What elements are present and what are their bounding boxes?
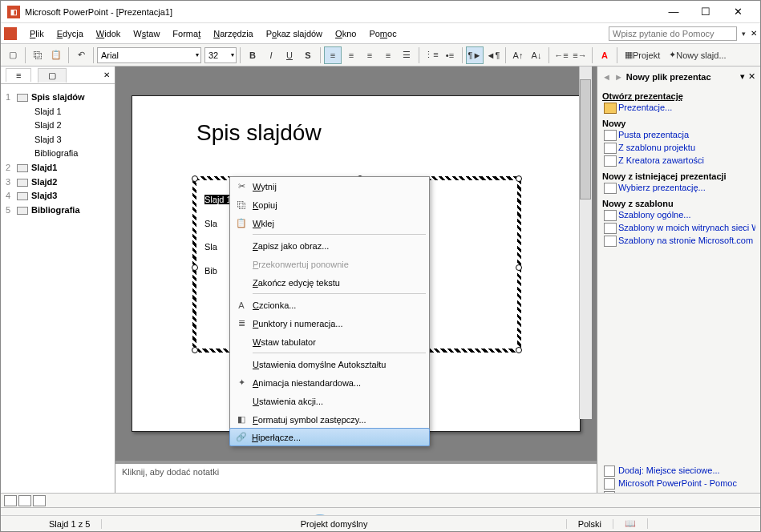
outline-item[interactable]: Bibliografia bbox=[34, 147, 110, 161]
new-slide-button[interactable]: ✦ Nowy slajd... bbox=[665, 46, 730, 64]
context-menu-item[interactable]: ACzcionka... bbox=[230, 296, 429, 314]
minimize-button[interactable]: — bbox=[658, 2, 690, 22]
status-spellcheck-icon[interactable]: 📖 bbox=[613, 518, 648, 529]
slide-title[interactable]: Spis slajdów bbox=[196, 120, 322, 146]
app-icon: ◧ bbox=[7, 6, 20, 18]
outline-item[interactable]: Slajd 3 bbox=[34, 133, 110, 147]
outline-slide[interactable]: 4Slajd3 bbox=[6, 189, 110, 204]
menu-slideshow[interactable]: Pokaz slajdów bbox=[260, 26, 329, 42]
context-menu-item[interactable]: 📋Wklej bbox=[230, 214, 429, 232]
vertical-scrollbar[interactable] bbox=[579, 66, 592, 419]
outline-slide[interactable]: 3Slajd2 bbox=[6, 175, 110, 190]
shadow-button[interactable]: S bbox=[299, 46, 317, 64]
taskpane-link[interactable]: Szablony na stronie Microsoft.com bbox=[602, 234, 755, 247]
outline-slide[interactable]: 5Bibliografia bbox=[6, 204, 110, 218]
context-menu-item: Przekonwertuj ponownie bbox=[230, 255, 429, 273]
distribute-button[interactable]: ☰ bbox=[398, 46, 415, 64]
normal-view-button[interactable] bbox=[4, 495, 17, 506]
outline-item[interactable]: Slajd 2 bbox=[34, 119, 110, 133]
menu-tools[interactable]: Narzędzia bbox=[207, 26, 260, 42]
tp-help-link[interactable]: Microsoft PowerPoint - Pomoc bbox=[602, 477, 756, 490]
align-justify-button[interactable]: ≡ bbox=[379, 46, 397, 64]
sorter-view-button[interactable] bbox=[18, 495, 31, 506]
tp-dropdown[interactable]: ▾ bbox=[740, 71, 745, 82]
design-button[interactable]: ▦ Projekt bbox=[621, 46, 664, 64]
resize-handle[interactable] bbox=[516, 347, 522, 353]
maximize-button[interactable]: ☐ bbox=[690, 2, 722, 22]
window-title: Microsoft PowerPoint - [Prezentacja1] bbox=[25, 7, 658, 17]
status-slide: Slajd 1 z 5 bbox=[1, 519, 102, 529]
taskpane-link[interactable]: Z szablonu projektu bbox=[602, 141, 755, 154]
increase-font-button[interactable]: A↑ bbox=[509, 46, 527, 64]
context-menu: ✂Wytnij⿻Kopiuj📋WklejZapisz jako obraz...… bbox=[229, 176, 430, 446]
context-menu-item[interactable]: Zapisz jako obraz... bbox=[230, 236, 429, 255]
tp-close[interactable]: ✕ bbox=[748, 71, 755, 82]
context-menu-item[interactable]: Ustawienia domyślne Autokształtu bbox=[230, 355, 429, 373]
resize-handle[interactable] bbox=[192, 347, 198, 353]
menu-view[interactable]: Widok bbox=[90, 26, 128, 42]
undo-button[interactable]: ↶ bbox=[72, 46, 90, 64]
font-family-select[interactable]: Arial bbox=[97, 47, 201, 63]
help-dropdown[interactable]: ▾ bbox=[737, 30, 751, 38]
resize-handle[interactable] bbox=[192, 264, 198, 271]
menu-insert[interactable]: Wstaw bbox=[127, 26, 166, 42]
slideshow-view-button[interactable] bbox=[33, 495, 46, 506]
align-center-button[interactable]: ≡ bbox=[342, 46, 360, 64]
menu-help[interactable]: Pomoc bbox=[362, 26, 403, 42]
bulleted-list-button[interactable]: •≡ bbox=[441, 46, 459, 64]
context-menu-item[interactable]: ≣Punktory i numeracja... bbox=[230, 314, 429, 332]
underline-button[interactable]: U bbox=[281, 46, 298, 64]
new-doc-button[interactable]: ▢ bbox=[4, 46, 22, 64]
outline-tab[interactable]: ≡ bbox=[6, 68, 31, 82]
resize-handle[interactable] bbox=[516, 264, 522, 271]
taskpane-link[interactable]: Prezentacje... bbox=[602, 101, 755, 114]
outline-slide[interactable]: 2Slajd1 bbox=[6, 161, 110, 175]
status-language[interactable]: Polski bbox=[567, 519, 613, 529]
context-menu-item[interactable]: Zakończ edycję tekstu bbox=[230, 273, 429, 292]
context-menu-item[interactable]: ✦Animacja niestandardowa... bbox=[230, 373, 429, 392]
context-menu-item[interactable]: Wstaw tabulator bbox=[230, 332, 429, 351]
rtl-button[interactable]: ◄¶ bbox=[484, 46, 502, 64]
outline-slide[interactable]: 1Spis slajdów bbox=[6, 91, 110, 105]
increase-indent-button[interactable]: ≡→ bbox=[571, 46, 589, 64]
doc-close-button[interactable]: ✕ bbox=[751, 29, 757, 38]
italic-button[interactable]: I bbox=[262, 46, 280, 64]
tp-fwd[interactable]: ► bbox=[614, 72, 623, 82]
context-menu-item[interactable]: ⿻Kopiuj bbox=[230, 195, 429, 214]
tp-section-existing: Nowy z istniejącej prezentacji bbox=[602, 171, 755, 181]
taskpane-link[interactable]: Szablony w moich witrynach sieci Web bbox=[602, 221, 755, 234]
taskpane-link[interactable]: Szablony ogólne... bbox=[602, 208, 755, 221]
paste-button[interactable]: 📋 bbox=[47, 46, 65, 64]
decrease-indent-button[interactable]: ←≡ bbox=[553, 46, 570, 64]
bold-button[interactable]: B bbox=[244, 46, 261, 64]
resize-handle[interactable] bbox=[516, 175, 522, 182]
taskpane-link[interactable]: Z Kreatora zawartości bbox=[602, 154, 755, 167]
tp-add-netplace[interactable]: Dodaj: Miejsce sieciowe... bbox=[602, 464, 756, 477]
copy-button[interactable]: ⿻ bbox=[29, 46, 47, 64]
decrease-font-button[interactable]: A↓ bbox=[528, 46, 545, 64]
slides-tab[interactable]: ▢ bbox=[38, 68, 67, 83]
context-menu-item[interactable]: ✂Wytnij bbox=[230, 177, 429, 195]
close-button[interactable]: ✕ bbox=[722, 2, 754, 22]
font-size-select[interactable]: 32 bbox=[204, 47, 237, 63]
formatting-toolbar: ▢ ⿻ 📋 ↶ Arial 32 B I U S ≡ ≡ ≡ ≡ ☰ ⋮≡ •≡… bbox=[1, 44, 760, 66]
menu-edit[interactable]: Edycja bbox=[51, 26, 90, 42]
align-right-button[interactable]: ≡ bbox=[361, 46, 378, 64]
taskpane-link[interactable]: Pusta prezentacja bbox=[602, 128, 755, 141]
ltr-button[interactable]: ¶► bbox=[466, 46, 484, 64]
outline-close[interactable]: ✕ bbox=[103, 71, 110, 79]
menu-window[interactable]: Okno bbox=[329, 26, 362, 42]
align-left-button[interactable]: ≡ bbox=[324, 46, 342, 64]
tp-back[interactable]: ◄ bbox=[602, 72, 611, 82]
help-search-input[interactable] bbox=[609, 26, 737, 41]
font-color-button[interactable]: A bbox=[596, 46, 613, 64]
menu-file[interactable]: Plik bbox=[23, 26, 51, 42]
context-menu-item[interactable]: Ustawienia akcji... bbox=[230, 392, 429, 410]
resize-handle[interactable] bbox=[192, 175, 198, 182]
taskpane-link[interactable]: Wybierz prezentację... bbox=[602, 181, 755, 194]
numbered-list-button[interactable]: ⋮≡ bbox=[423, 46, 440, 64]
menu-format[interactable]: Format bbox=[166, 26, 207, 42]
outline-item[interactable]: Slajd 1 bbox=[34, 105, 110, 119]
context-menu-item[interactable]: ◧Formatuj symbol zastępczy... bbox=[230, 410, 429, 429]
context-menu-item[interactable]: 🔗Hiperłącze... bbox=[229, 428, 430, 446]
